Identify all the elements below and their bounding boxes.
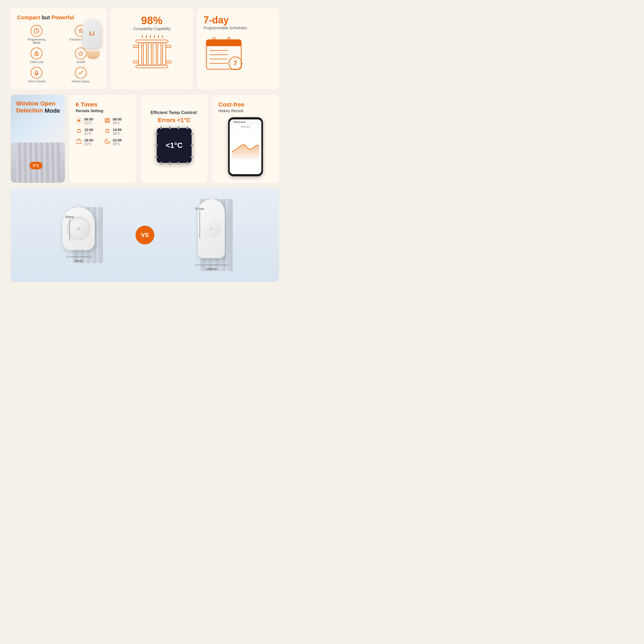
programming-mode-label: ProgrammingMode — [28, 38, 45, 44]
period-3-icon — [76, 128, 82, 136]
period-3-temp: 21°C — [84, 132, 93, 136]
history-query-label: History Query — [72, 80, 90, 83]
svg-rect-20 — [206, 43, 241, 46]
period-4-time: 14:00 — [113, 128, 122, 132]
device1-width-measure — [67, 255, 91, 258]
svg-rect-10 — [148, 43, 151, 65]
svg-text:7: 7 — [233, 60, 237, 67]
svg-rect-13 — [163, 43, 166, 65]
svg-rect-7 — [136, 65, 168, 68]
svg-rect-30 — [105, 118, 109, 123]
svg-point-29 — [78, 119, 80, 122]
voice-control-icon — [31, 67, 42, 79]
feature-history-query: History Query — [61, 67, 100, 83]
temp-control-title: Efficient Temp Control: — [151, 110, 198, 115]
period-4-info: 14:00 16°C — [113, 128, 122, 136]
card-compatibility: 98% Compability Capability — [111, 8, 193, 89]
device1-dimensions: 55mm 74mm — [60, 253, 97, 263]
thermostat-display: Li — [89, 30, 94, 37]
window-title-black-part: Detection — [16, 107, 43, 114]
phone-header: ‹ History query — [230, 119, 261, 125]
but-label: but — [42, 14, 50, 20]
history-sub: History Record — [218, 109, 273, 113]
period-6-info: 22:00 16°C — [113, 138, 122, 146]
card-periods: 6 Times Periods Setting 06:00 21°C — [69, 95, 136, 183]
feature-voice-control: Voice Control — [17, 67, 56, 83]
device2-height-text: 57mm — [195, 207, 204, 211]
period-1-temp: 21°C — [84, 121, 93, 125]
device-large-dot — [210, 228, 213, 230]
history-title: Cost-free — [218, 101, 273, 108]
phone-chart — [230, 129, 261, 161]
device-compact-dot — [77, 227, 80, 230]
svg-rect-12 — [158, 43, 161, 65]
child-lock-icon — [31, 47, 42, 59]
temp-badge: 5°C — [30, 162, 42, 169]
period-5: 18:00 21°C — [76, 138, 101, 146]
voice-control-label: Voice Control — [28, 80, 45, 83]
period-1-icon — [76, 117, 82, 125]
programming-mode-icon — [31, 25, 42, 37]
svg-rect-8 — [138, 43, 142, 65]
device2-height-label: 57mm — [195, 207, 204, 238]
period-6: 22:00 16°C — [104, 138, 130, 146]
period-5-icon — [76, 138, 82, 146]
chip-temp-text: <1°C — [166, 141, 182, 150]
comparison-device-right: 57mm 103mm — [154, 199, 268, 271]
period-6-time: 22:00 — [113, 138, 122, 142]
calendar-svg: 7 — [204, 34, 247, 75]
section-mid: Window Open Detection Mode — [11, 95, 279, 183]
period-1: 06:00 21°C — [76, 117, 101, 125]
period-5-temp: 21°C — [84, 142, 93, 146]
compatibility-percent: 98% — [141, 14, 163, 27]
thermostat-image: Li — [82, 19, 104, 51]
period-3: 12:00 21°C — [76, 128, 101, 136]
period-1-info: 06:00 21°C — [84, 117, 93, 125]
period-6-temp: 16°C — [113, 142, 122, 146]
periods-title: 6 Times — [76, 101, 130, 108]
child-lock-label: Child Lock — [30, 60, 43, 64]
period-2-icon — [104, 117, 111, 125]
feature-child-lock: Child Lock — [17, 47, 56, 64]
phone-date-bar: ‹ 2024/10/21 › — [230, 125, 261, 129]
chip-pins-top — [157, 126, 192, 129]
compact-label: Compact — [17, 14, 40, 20]
card-window-detection: Window Open Detection Mode — [11, 95, 65, 183]
chart-svg — [232, 131, 259, 159]
card-temp-control: Efficient Temp Control: Errors <1°C — [141, 95, 208, 183]
card-schedule: 7-day Programmable Schedules 7 — [197, 8, 279, 89]
period-4: 14:00 16°C — [104, 128, 130, 136]
period-4-temp: 16°C — [113, 132, 122, 136]
periods-grid: 06:00 21°C 08:00 16°C — [76, 117, 130, 146]
feature-programming-mode: ProgrammingMode — [17, 25, 56, 44]
svg-rect-6 — [136, 40, 168, 43]
comparison-device-left: 55mm 74mm — [21, 207, 136, 263]
device2-width-measure — [195, 264, 228, 266]
chip-visual: <1°C — [157, 128, 192, 163]
device-large-face — [202, 219, 221, 238]
powerful-label: Powerful — [52, 14, 74, 20]
schedule-number: 7-day — [204, 14, 229, 26]
section-top: Compact but Powerful ProgrammingMode — [11, 8, 279, 89]
window-title-suffix: Mode — [45, 107, 60, 114]
svg-rect-14 — [133, 45, 138, 47]
thermostat-hand — [86, 51, 100, 59]
device1-height-label: 55mm — [65, 215, 74, 241]
svg-rect-11 — [153, 43, 156, 65]
section-bottom: 55mm 74mm VS — [11, 188, 279, 282]
period-1-time: 06:00 — [84, 117, 93, 121]
schedule-label: Programmable Schedules — [204, 26, 247, 30]
on-off-label: On/Off — [76, 60, 85, 64]
period-3-info: 12:00 21°C — [84, 128, 93, 136]
chip-pins-bottom — [157, 162, 192, 164]
device1-width-text: 74mm — [74, 259, 83, 263]
period-5-info: 18:00 21°C — [84, 138, 93, 146]
period-4-icon — [104, 128, 111, 136]
card-history: Cost-free History Record ‹ History query… — [212, 95, 279, 183]
period-6-icon — [104, 138, 111, 146]
device-compact-wrapper: 55mm 74mm — [60, 207, 97, 263]
period-2-temp: 16°C — [113, 121, 122, 125]
svg-rect-17 — [166, 61, 171, 63]
history-query-icon — [75, 67, 87, 79]
window-scene — [11, 134, 65, 183]
